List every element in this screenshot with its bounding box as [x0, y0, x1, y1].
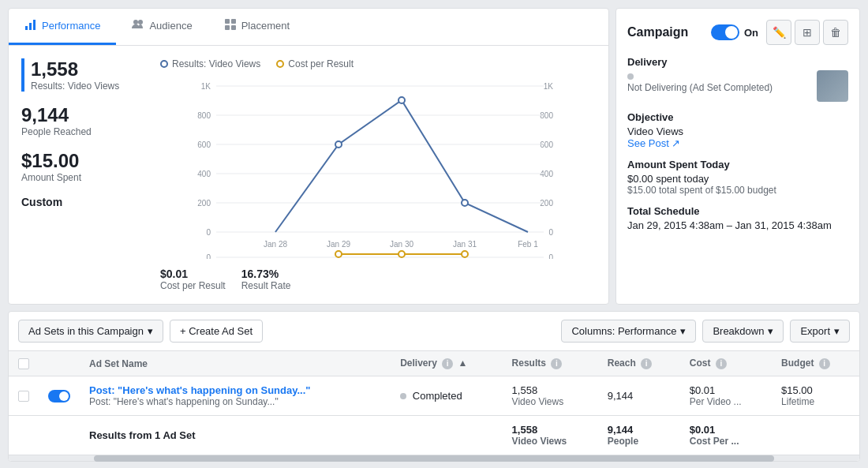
legend-dot-yellow	[276, 60, 284, 68]
svg-text:0: 0	[548, 228, 553, 237]
svg-point-40	[462, 251, 468, 257]
svg-text:600: 600	[197, 140, 211, 149]
info-icon-budget[interactable]: i	[819, 358, 830, 369]
row-toggle-cell	[39, 376, 80, 416]
summary-cost-label: Cost Per ...	[690, 436, 762, 447]
tab-audience[interactable]: Audience	[116, 9, 208, 45]
scrollbar-thumb[interactable]	[94, 455, 774, 462]
row-delivery-value: Completed	[413, 390, 462, 402]
campaign-toggle[interactable]	[711, 24, 739, 40]
svg-point-3	[133, 20, 138, 24]
delivery-dot	[627, 73, 634, 80]
svg-point-34	[462, 200, 468, 206]
info-icon-results[interactable]: i	[551, 358, 562, 369]
chart-area: Results: Video Views Cost per Result 1K …	[160, 58, 596, 291]
stat-reach-value: 9,144	[21, 104, 148, 126]
table-header: Ad Set Name Delivery i ▲ Results i Reach…	[9, 351, 859, 376]
columns-dropdown-icon: ▾	[680, 325, 686, 337]
external-link-icon: ↗	[672, 137, 680, 149]
adsets-dropdown-label: Ad Sets in this Campaign	[28, 325, 144, 337]
delivery-label: Delivery	[627, 56, 848, 68]
campaign-title: Campaign	[627, 25, 688, 39]
metric-cpr-label: Cost per Result	[160, 280, 226, 291]
ad-set-name[interactable]: Post: "Here's what's happening on Sunday…	[89, 384, 381, 396]
tab-audience-label: Audience	[149, 20, 192, 32]
stat-results-label: Results: Video Views	[31, 80, 148, 92]
adsets-dropdown-button[interactable]: Ad Sets in this Campaign ▾	[18, 320, 163, 343]
create-adset-label: + Create Ad Set	[180, 325, 253, 337]
row-delivery-cell: Completed	[391, 376, 502, 416]
objective-label: Objective	[627, 111, 848, 123]
table-body: Post: "Here's what's happening on Sunday…	[9, 376, 859, 455]
edit-button[interactable]: ✏️	[766, 20, 791, 45]
svg-text:200: 200	[197, 199, 211, 208]
svg-text:Jan 29: Jan 29	[327, 240, 350, 249]
create-adset-button[interactable]: + Create Ad Set	[170, 320, 263, 343]
breakdown-dropdown-icon: ▾	[768, 325, 773, 337]
header-delivery[interactable]: Delivery i ▲	[391, 351, 502, 376]
svg-text:Feb 1: Feb 1	[518, 240, 538, 249]
metric-result-rate: 16.73% Result Rate	[241, 268, 291, 291]
stat-results-value: 1,558	[31, 58, 148, 80]
info-icon-cost[interactable]: i	[716, 358, 727, 369]
performance-stats: 1,558 Results: Video Views 9,144 People …	[21, 58, 148, 291]
duplicate-button[interactable]: ⊞	[795, 20, 820, 45]
summary-toggle	[39, 416, 80, 455]
svg-point-38	[335, 251, 342, 257]
metric-cost-per-result: $0.01 Cost per Result	[160, 268, 226, 291]
row-reach-cell: 9,144	[598, 376, 680, 416]
svg-text:0: 0	[206, 253, 211, 259]
header-cost: Cost i	[680, 351, 772, 376]
stat-reach: 9,144 People Reached	[21, 104, 148, 137]
header-name-label: Ad Set Name	[89, 358, 148, 369]
row-name-cell: Post: "Here's what's happening on Sunday…	[80, 376, 391, 416]
tab-performance[interactable]: Performance	[9, 9, 116, 45]
delete-button[interactable]: 🗑	[823, 20, 848, 45]
export-label: Export	[800, 325, 830, 337]
header-results-label: Results	[512, 358, 546, 369]
header-check	[9, 351, 39, 376]
svg-text:1K: 1K	[544, 82, 554, 91]
row-toggle[interactable]	[48, 390, 70, 402]
completed-dot	[400, 393, 406, 399]
svg-rect-0	[25, 26, 28, 30]
svg-text:400: 400	[197, 170, 211, 178]
row-results-label: Video Views	[512, 396, 589, 407]
breakdown-button[interactable]: Breakdown ▾	[702, 320, 784, 343]
columns-button[interactable]: Columns: Performance ▾	[561, 320, 696, 343]
campaign-header: Campaign On ✏️ ⊞ 🗑	[627, 20, 848, 45]
see-post-link[interactable]: See Post ↗	[627, 137, 680, 149]
svg-point-4	[138, 20, 143, 24]
summary-delivery-cell	[391, 416, 502, 455]
tab-placement[interactable]: Placement	[208, 9, 305, 45]
svg-text:0: 0	[206, 228, 211, 237]
info-icon-delivery[interactable]: i	[442, 358, 453, 369]
header-delivery-label: Delivery	[400, 358, 437, 369]
campaign-action-buttons: ✏️ ⊞ 🗑	[766, 20, 848, 45]
header-reach: Reach i	[598, 351, 680, 376]
metric-rr-label: Result Rate	[241, 280, 291, 291]
delivery-section: Delivery Not Delivering (Ad Set Complete…	[627, 56, 848, 102]
stat-spent-value: $15.00	[21, 150, 148, 172]
header-budget-label: Budget	[781, 358, 814, 369]
svg-text:Jan 31: Jan 31	[453, 240, 477, 249]
select-all-checkbox[interactable]	[18, 358, 29, 369]
export-button[interactable]: Export ▾	[790, 320, 850, 343]
delivery-info: Not Delivering (Ad Set Completed)	[627, 70, 773, 93]
summary-reach-cell: 9,144 People	[598, 416, 680, 455]
legend-cost-label: Cost per Result	[288, 58, 354, 69]
row-budget-label: Lifetime	[781, 396, 850, 407]
info-icon-reach[interactable]: i	[641, 358, 652, 369]
row-checkbox[interactable]	[18, 391, 29, 402]
tab-bar: Performance Audience	[9, 9, 608, 46]
tab-placement-label: Placement	[241, 20, 290, 32]
row-results-cell: 1,558 Video Views	[503, 376, 598, 416]
legend-results: Results: Video Views	[160, 58, 260, 69]
legend-cost: Cost per Result	[276, 58, 354, 69]
stat-spent: $15.00 Amount Spent	[21, 150, 148, 183]
small-toggle-knob	[59, 391, 69, 401]
row-budget-value: $15.00	[781, 384, 850, 396]
summary-results-label: Video Views	[512, 436, 589, 447]
horizontal-scrollbar[interactable]	[9, 455, 859, 461]
svg-text:800: 800	[197, 111, 211, 120]
